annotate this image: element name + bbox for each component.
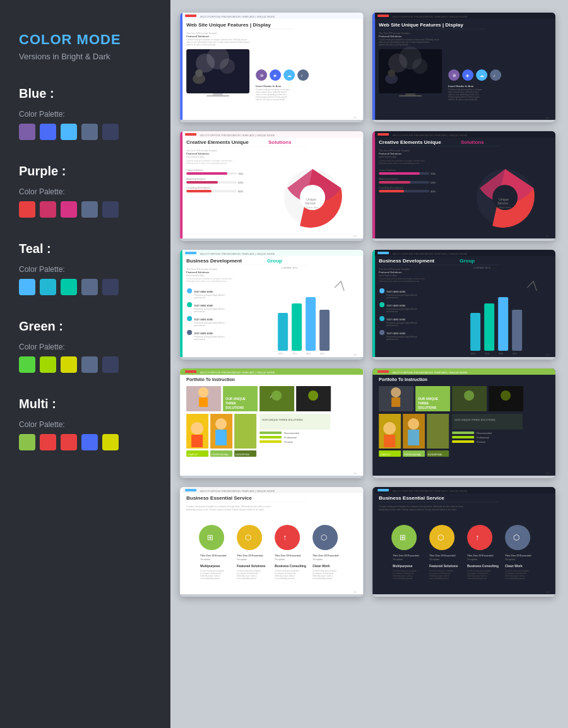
- svg-text:MULTI PURPOSE PRESENTATION TEM: MULTI PURPOSE PRESENTATION TEMPLATE | UN…: [200, 15, 275, 18]
- svg-point-17: [195, 69, 203, 77]
- svg-text:Business Development: Business Development: [186, 258, 242, 264]
- svg-point-196: [379, 330, 384, 335]
- svg-rect-54: [399, 95, 422, 97]
- svg-rect-102: [372, 131, 375, 238]
- svg-text:conm pleatedly permas.: conm pleatedly permas.: [505, 577, 525, 580]
- row-teal: MULTI PURPOSE PRESENTATION TEMPLATE | UN…: [180, 250, 555, 360]
- svg-rect-238: [259, 432, 281, 434]
- svg-text:Template: Template: [312, 558, 323, 561]
- svg-point-232: [191, 422, 203, 435]
- svg-point-302: [275, 525, 300, 550]
- svg-text:pleatedly permas color. Famly : pleatedly permas color. Famly mopare det…: [186, 508, 264, 511]
- svg-text:conm pleatedly permas.: conm pleatedly permas.: [393, 577, 413, 580]
- svg-text:OUR UNIQUE THREE SOLUTIONS: OUR UNIQUE THREE SOLUTIONS: [454, 418, 495, 421]
- svg-text:MULTI PURPOSE PRESENTATION TEM: MULTI PURPOSE PRESENTATION TEMPLATE | UN…: [393, 252, 468, 255]
- svg-rect-274: [408, 430, 419, 445]
- color-label-blue: Blue :: [19, 86, 151, 101]
- svg-rect-116: [379, 172, 420, 175]
- swatch: [40, 356, 56, 373]
- svg-text:OUR UNIQUE: OUR UNIQUE: [418, 397, 439, 401]
- svg-rect-272: [384, 435, 395, 447]
- svg-text:conm pleatedly permas.: conm pleatedly permas.: [429, 577, 449, 580]
- svg-text:Featured Solutions: Featured Solutions: [429, 564, 458, 568]
- svg-text:Web Site Unique Features | Dis: Web Site Unique Features | Display: [186, 22, 271, 28]
- svg-point-50: [412, 59, 427, 74]
- svg-text:04: 04: [353, 235, 357, 238]
- svg-text:Professional: Professional: [284, 437, 296, 439]
- svg-text:↑: ↑: [475, 533, 479, 542]
- svg-rect-132: [180, 250, 363, 357]
- slide-multi-light[interactable]: MULTI PURPOSE PRESENTATION TEMPLATE | UN…: [180, 487, 364, 597]
- svg-text:performances.: performances.: [194, 296, 206, 299]
- svg-text:90%: 90%: [306, 353, 311, 355]
- svg-point-234: [215, 418, 227, 430]
- palette-swatches-blue: [19, 124, 151, 140]
- svg-text:10: 10: [546, 590, 549, 594]
- svg-point-153: [187, 316, 192, 321]
- slide-teal-dark[interactable]: MULTI PURPOSE PRESENTATION TEMPLATE | UN…: [372, 250, 556, 360]
- color-label-teal: Teal :: [19, 242, 151, 256]
- page-title: COLOR MODE: [19, 32, 151, 48]
- slide-green-light[interactable]: MULTI PURPOSE PRESENTATION TEMPLATE | UN…: [180, 368, 364, 478]
- swatch: [40, 434, 56, 450]
- slide-purple-light[interactable]: MULTI PURPOSE PRESENTATION TEMPLATE | UN…: [180, 131, 364, 241]
- svg-rect-61: [490, 69, 501, 81]
- row-purple: MULTI PURPOSE PRESENTATION TEMPLATE | UN…: [180, 131, 555, 241]
- slide-green-dark[interactable]: MULTI PURPOSE PRESENTATION TEMPLATE | UN…: [372, 368, 556, 478]
- svg-text:Featured Solutions: Featured Solutions: [379, 271, 402, 274]
- swatch: [61, 201, 77, 218]
- palette-swatches-purple: [19, 201, 151, 218]
- svg-text:Definetly act per cales a conm: Definetly act per cales a conm pleatedly…: [379, 162, 420, 165]
- svg-text:This One Of Essential: This One Of Essential: [393, 554, 418, 557]
- svg-text:⬡: ⬡: [513, 533, 519, 542]
- slide-blue-light[interactable]: MULTI PURPOSE PRESENTATION TEMPLATE | UN…: [180, 13, 364, 122]
- svg-text:Insert Header In Area: Insert Header In Area: [379, 156, 397, 158]
- svg-rect-205: [498, 297, 508, 351]
- svg-text:SOLUTIONS: SOLUTIONS: [225, 406, 244, 409]
- swatch: [102, 279, 119, 295]
- swatch: [19, 124, 35, 140]
- svg-text:conm pleatedly permas.: conm pleatedly permas.: [237, 577, 257, 580]
- svg-text:Featured Solutions: Featured Solutions: [237, 564, 266, 568]
- svg-point-15: [220, 59, 235, 74]
- svg-text:MULTI PURPOSE PRESENTATION TEM: MULTI PURPOSE PRESENTATION TEMPLATE | UN…: [200, 490, 275, 493]
- svg-point-347: [467, 525, 492, 550]
- svg-text:⊕: ⊕: [452, 73, 456, 78]
- swatch: [61, 356, 77, 373]
- swatch: [40, 279, 56, 295]
- svg-text:Content ready pres template to: Content ready pres template to compare c…: [379, 505, 463, 508]
- svg-rect-235: [215, 430, 227, 445]
- swatch: [102, 201, 119, 218]
- svg-text:Unique Solutions: Unique Solutions: [379, 169, 396, 172]
- svg-rect-168: [319, 310, 329, 351]
- svg-text:♪: ♪: [493, 73, 495, 78]
- svg-text:65%: 65%: [320, 353, 324, 355]
- svg-point-145: [187, 288, 192, 293]
- svg-text:Insert Header In Area: Insert Header In Area: [448, 85, 474, 88]
- svg-text:MULTI PURPOSE PRESENTATION TEM: MULTI PURPOSE PRESENTATION TEMPLATE | UN…: [200, 134, 275, 137]
- slide-blue-dark[interactable]: MULTI PURPOSE PRESENTATION TEMPLATE | UN…: [372, 13, 556, 122]
- svg-text:PROFESSIONAL: PROFESSIONAL: [211, 454, 228, 456]
- svg-text:Group: Group: [267, 258, 282, 264]
- svg-text:Web Site Unique Features | Dis: Web Site Unique Features | Display: [379, 22, 463, 28]
- svg-text:60%: 60%: [471, 353, 475, 355]
- svg-text:performances.: performances.: [194, 338, 206, 341]
- swatch: [19, 279, 35, 295]
- svg-text:Portfolio To Instruction: Portfolio To Instruction: [379, 377, 427, 382]
- slide-teal-light[interactable]: MULTI PURPOSE PRESENTATION TEMPLATE | UN…: [180, 250, 364, 360]
- swatch: [40, 124, 56, 140]
- svg-text:ENTERPRISE: ENTERPRISE: [428, 454, 442, 456]
- svg-text:75%: 75%: [292, 353, 297, 355]
- slide-multi-dark[interactable]: MULTI PURPOSE PRESENTATION TEMPLATE | UN…: [372, 487, 556, 597]
- palette-swatches-teal: [19, 279, 151, 295]
- svg-point-184: [379, 288, 384, 293]
- slide-purple-dark[interactable]: MULTI PURPOSE PRESENTATION TEMPLATE | UN…: [372, 131, 556, 241]
- svg-rect-292: [185, 489, 196, 491]
- palette-label-blue: Color Palette:: [19, 110, 151, 119]
- svg-text:ENTERPRISE: ENTERPRISE: [235, 454, 250, 456]
- svg-text:Descr here: Descr here: [499, 206, 511, 209]
- svg-text:pleatedly permas color. Famly : pleatedly permas color. Famly mopare det…: [379, 508, 457, 511]
- svg-text:Template: Template: [505, 558, 516, 561]
- svg-text:Featured Solutions: Featured Solutions: [186, 152, 210, 155]
- svg-text:Business Development: Business Development: [379, 258, 434, 264]
